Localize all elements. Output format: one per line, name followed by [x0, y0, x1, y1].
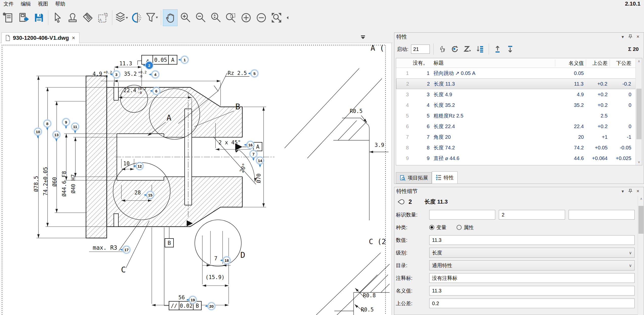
save-button[interactable]	[32, 9, 46, 26]
open-document-button[interactable]	[16, 9, 31, 26]
id-count-input-3[interactable]	[569, 210, 635, 220]
renumber-icon[interactable]	[450, 44, 460, 54]
zoom-dynamic-button[interactable]	[208, 9, 223, 26]
tag-button[interactable]	[80, 9, 95, 26]
tab-project-expand[interactable]: 项目拓展	[396, 172, 432, 184]
table-scrollbar[interactable]: ∧ ∨	[635, 58, 642, 165]
document-tab[interactable]: 930-1200-406-V1.dwg ×	[2, 32, 79, 43]
menu-edit[interactable]: 编辑	[17, 0, 34, 8]
table-row[interactable]: 77角度 2020+1-1	[396, 132, 642, 142]
table-row[interactable]: 44长度 35.235.2+0.20	[396, 100, 642, 110]
mirror-compare-button[interactable]	[129, 9, 144, 26]
table-row[interactable]: 55粗糙度Rz 2.52.5	[396, 110, 642, 121]
tab-characteristics[interactable]: 特性	[432, 171, 458, 184]
dimension-arrowhead	[74, 137, 76, 141]
table-row[interactable]: 22长度 11.311.3+0.2-0.2	[396, 78, 642, 89]
table-cell: 3	[396, 92, 411, 97]
dimension-text: 10	[123, 161, 130, 167]
detail-close-icon[interactable]: ✕	[634, 189, 642, 193]
table-body: 11径向跳动 ↗ 0.05 A0.05 22长度 11.311.3+0.2-0.…	[396, 68, 642, 164]
upper-tol-input[interactable]	[429, 299, 635, 308]
bottom-tabs: 项目拓展 特性	[396, 170, 458, 184]
dimension-text: C	[121, 265, 126, 274]
kind-radio-变量[interactable]: 变量	[429, 224, 446, 231]
svg-text:4: 4	[154, 72, 157, 77]
balloon-14[interactable]: 14	[256, 156, 264, 167]
detail-scrollbar-thumb[interactable]	[638, 206, 643, 234]
new-document-button[interactable]	[1, 9, 16, 26]
dimension-text: 74.2±0.05	[42, 167, 49, 196]
detail-pin-icon[interactable]	[627, 189, 634, 194]
pick-hand-icon[interactable]	[437, 44, 447, 54]
collapse-toolbar-arrow[interactable]	[284, 9, 291, 26]
zoom-window-button[interactable]	[224, 9, 238, 26]
scroll-up-icon[interactable]: ∧	[636, 58, 642, 64]
export-down-icon[interactable]	[505, 44, 515, 54]
value-input[interactable]	[429, 235, 635, 245]
balloon-16[interactable]: 16	[244, 141, 254, 149]
balloon-1[interactable]: 1	[178, 56, 189, 64]
start-number-input[interactable]	[411, 45, 430, 54]
scroll-down-icon[interactable]: ∨	[636, 159, 642, 165]
balloon-region-button[interactable]: 1A	[96, 9, 110, 26]
characteristics-panel-header: 特性 ▼ ✕	[394, 33, 644, 41]
balloon-11[interactable]: 11	[71, 123, 79, 133]
zoom-in-button[interactable]	[178, 9, 193, 26]
svg-text:18: 18	[224, 258, 229, 263]
detail-scrollbar[interactable]: ∧	[638, 196, 644, 315]
import-up-icon[interactable]	[492, 44, 503, 54]
menu-help[interactable]: 帮助	[52, 0, 69, 8]
menu-view[interactable]: 视图	[34, 0, 52, 8]
svg-text:6: 6	[155, 89, 158, 93]
radio-icon[interactable]	[429, 225, 434, 230]
kind-radio-属性[interactable]: 属性	[457, 224, 474, 231]
balloon-18[interactable]: 18	[220, 256, 231, 264]
panel-pin-icon[interactable]	[627, 34, 634, 40]
balloon-20[interactable]: 20	[205, 302, 216, 310]
close-document-icon[interactable]: ×	[71, 35, 76, 41]
table-row[interactable]: 88长度 74.274.2+0.05-0.05	[396, 142, 642, 153]
note-input[interactable]	[429, 273, 635, 283]
decrease-button[interactable]	[254, 9, 269, 26]
catalog-select[interactable]: 通用特性∨	[429, 260, 635, 270]
id-count-input-2[interactable]	[499, 210, 565, 220]
class-select[interactable]: 长度∨	[429, 248, 635, 258]
partial-view-top-right	[285, 68, 389, 220]
table-header-row: 没有。 标题 名义值 上公差 下公差	[396, 58, 642, 68]
svg-text:20: 20	[209, 304, 213, 308]
nominal-input[interactable]	[429, 286, 635, 296]
balloon-10[interactable]: 10	[34, 128, 42, 139]
balloon-4[interactable]: 4	[149, 70, 159, 78]
table-row[interactable]: 66长度 22.422.4+0.20	[396, 121, 642, 132]
filter-button[interactable]	[144, 9, 159, 26]
select-cursor-button[interactable]	[50, 9, 65, 26]
panel-menu-icon[interactable]: ▼	[619, 35, 627, 39]
drawing-canvas[interactable]: 11.3Rz 2.510282 x 45°max. R37(15.9)56ABC…	[0, 43, 392, 315]
menu-file[interactable]: 文件	[0, 0, 17, 8]
table-cell: 8	[411, 145, 432, 151]
balloon-8[interactable]: 8	[43, 120, 51, 130]
balloon-13[interactable]: 13	[52, 131, 60, 142]
detail-menu-icon[interactable]: ▼	[619, 189, 627, 193]
zoom-fit-button[interactable]	[269, 9, 284, 26]
table-row[interactable]: 99直径 ⌀ 44.644.6+0.064+0.025	[396, 153, 642, 164]
svg-text:0.05: 0.05	[154, 57, 167, 63]
layers-button[interactable]	[114, 9, 129, 26]
id-count-input-1[interactable]	[429, 210, 495, 220]
panel-close-icon[interactable]: ✕	[634, 34, 642, 39]
stamp-button[interactable]	[65, 9, 80, 26]
balloon-5[interactable]: 5	[248, 69, 259, 77]
balloon-9[interactable]: 9	[62, 118, 70, 129]
table-scrollbar-thumb[interactable]	[636, 89, 641, 139]
list-order-icon[interactable]	[475, 44, 485, 54]
increase-button[interactable]	[239, 9, 253, 26]
sort-z-icon[interactable]	[462, 44, 473, 54]
table-row[interactable]: 33长度 4.94.9+0.20	[396, 89, 642, 100]
dimension-text: max. R3	[93, 244, 117, 251]
tabbar-more-icon[interactable]	[360, 34, 367, 41]
pan-hand-button[interactable]	[163, 9, 178, 26]
zoom-out-button[interactable]	[193, 9, 208, 26]
table-row[interactable]: 11径向跳动 ↗ 0.05 A0.05	[396, 68, 642, 78]
radio-icon[interactable]	[457, 225, 462, 230]
detail-scroll-up-icon[interactable]: ∧	[638, 196, 644, 202]
